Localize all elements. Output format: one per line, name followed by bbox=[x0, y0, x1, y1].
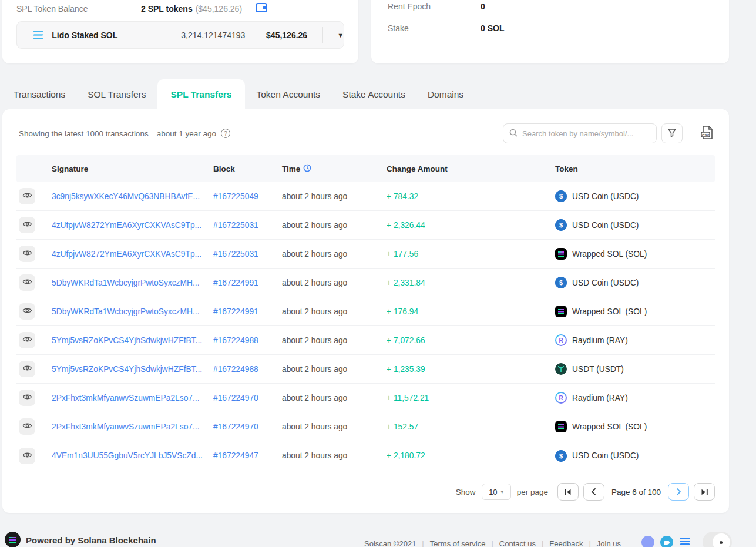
preview-eye-button[interactable] bbox=[19, 246, 35, 262]
change-amount-value: + 7,072.66 bbox=[387, 336, 555, 345]
search-input[interactable] bbox=[503, 123, 657, 143]
page-size-select[interactable]: 10 ▾ bbox=[482, 484, 511, 500]
signature-link[interactable]: 4zUfpjvW8272YmEA6XyrCXKVAsC9Tp... bbox=[52, 250, 201, 259]
preview-eye-button[interactable] bbox=[19, 361, 35, 377]
preview-eye-button[interactable] bbox=[19, 274, 35, 291]
signature-link[interactable]: 2PxFhxt3mkMfyanwvSzuwmEPa2Lso7... bbox=[52, 394, 200, 402]
wallet-icon bbox=[255, 2, 268, 15]
discord-icon[interactable] bbox=[641, 536, 654, 547]
previous-page-button[interactable] bbox=[583, 483, 604, 501]
tab-domains[interactable]: Domains bbox=[416, 80, 475, 109]
signature-link[interactable]: 2PxFhxt3mkMfyanwvSzuwmEPa2Lso7... bbox=[52, 422, 200, 431]
spl-token-usd-value: ($45,126.26) bbox=[196, 4, 242, 14]
change-amount-value: + 2,331.84 bbox=[387, 278, 555, 287]
signature-link[interactable]: 5DbyWKRdTa1WcbcyjgrPwtoSyxczMH... bbox=[52, 278, 199, 287]
show-label: Show bbox=[456, 488, 476, 496]
table-row: 4zUfpjvW8272YmEA6XyrCXKVAsC9Tp... #16722… bbox=[16, 240, 715, 269]
csv-file-icon: CSV bbox=[700, 125, 715, 143]
signature-link[interactable]: 4zUfpjvW8272YmEA6XyrCXKVAsC9Tp... bbox=[52, 221, 201, 230]
signature-link[interactable]: 3c9nj5ksywXKecY46MvQ63NBHBAvfE... bbox=[52, 192, 200, 201]
signature-link[interactable]: 4VEm1n3UU55GgbuV5rcYJLbJ5VScZd... bbox=[52, 451, 203, 460]
signature-link[interactable]: 5Ymj5vsRZoKPvCS4YjhSdwkjwHZFfBT... bbox=[52, 365, 202, 374]
block-link[interactable]: #167224947 bbox=[213, 451, 258, 460]
per-page-label: per page bbox=[517, 488, 548, 496]
time-value: about 2 hours ago bbox=[282, 250, 387, 259]
tab-transactions[interactable]: Transactions bbox=[2, 80, 76, 109]
token-ray-icon bbox=[555, 392, 567, 404]
preview-eye-button[interactable] bbox=[19, 448, 35, 464]
showing-text: Showing the latest 1000 transactions bbox=[19, 129, 149, 138]
preview-eye-button[interactable] bbox=[19, 217, 35, 233]
table-header: Signature Block Time Change Amount Token bbox=[16, 155, 715, 182]
spl-balance-label: SPL Token Balance bbox=[16, 4, 141, 14]
token-link[interactable]: Wrapped SOL (SOL) bbox=[572, 422, 647, 431]
chevron-down-icon[interactable]: ▼ bbox=[337, 32, 344, 39]
block-link[interactable]: #167225031 bbox=[213, 250, 258, 259]
tab-sol-transfers[interactable]: SOL Transfers bbox=[76, 80, 157, 109]
token-link[interactable]: USD Coin (USDC) bbox=[572, 221, 639, 230]
preview-eye-button[interactable] bbox=[19, 418, 35, 435]
footer-link-join[interactable]: Join us bbox=[597, 539, 621, 547]
block-link[interactable]: #167224988 bbox=[213, 365, 258, 374]
preview-eye-button[interactable] bbox=[19, 390, 35, 406]
help-icon[interactable]: ? bbox=[221, 129, 230, 138]
last-page-button[interactable] bbox=[694, 483, 715, 501]
time-value: about 2 hours ago bbox=[282, 336, 387, 345]
token-usdt-icon bbox=[555, 363, 567, 375]
time-value: about 2 hours ago bbox=[282, 278, 387, 287]
tab-spl-transfers[interactable]: SPL Transfers bbox=[157, 79, 246, 109]
theme-toggle[interactable] bbox=[703, 532, 732, 547]
filter-funnel-icon bbox=[667, 128, 677, 139]
time-value: about 2 hours ago bbox=[282, 422, 387, 431]
token-link[interactable]: Raydium (RAY) bbox=[572, 394, 628, 402]
footer-link-terms[interactable]: Terms of service bbox=[430, 539, 486, 547]
twitter-icon[interactable] bbox=[660, 536, 673, 547]
wallet-portfolio-button[interactable] bbox=[255, 2, 268, 15]
token-link[interactable]: Wrapped SOL (SOL) bbox=[572, 250, 647, 259]
powered-by-text: Powered by Solana Blockchain bbox=[26, 535, 156, 545]
token-link[interactable]: Wrapped SOL (SOL) bbox=[572, 307, 647, 316]
token-wsol-icon bbox=[555, 421, 567, 432]
footer-link-feedback[interactable]: Feedback bbox=[549, 539, 583, 547]
table-row: 4zUfpjvW8272YmEA6XyrCXKVAsC9Tp... #16722… bbox=[16, 211, 715, 240]
signature-link[interactable]: 5Ymj5vsRZoKPvCS4YjhSdwkjwHZFfBT... bbox=[52, 336, 202, 345]
tab-stake-accounts[interactable]: Stake Accounts bbox=[331, 80, 416, 109]
table-row: 5Ymj5vsRZoKPvCS4YjhSdwkjwHZFfBT... #1672… bbox=[16, 326, 715, 355]
export-csv-button[interactable]: CSV bbox=[700, 125, 715, 143]
filter-button[interactable] bbox=[661, 123, 683, 143]
block-link[interactable]: #167224970 bbox=[213, 422, 258, 431]
preview-eye-button[interactable] bbox=[19, 303, 35, 320]
block-link[interactable]: #167225031 bbox=[213, 221, 258, 230]
token-link[interactable]: Raydium (RAY) bbox=[572, 336, 628, 345]
time-value: about 2 hours ago bbox=[282, 307, 387, 316]
block-link[interactable]: #167224970 bbox=[213, 394, 258, 402]
block-link[interactable]: #167225049 bbox=[213, 192, 258, 201]
eye-icon bbox=[22, 422, 32, 431]
spl-token-count: 2 SPL tokens bbox=[141, 4, 193, 14]
first-page-button[interactable] bbox=[557, 483, 579, 501]
block-link[interactable]: #167224988 bbox=[213, 336, 258, 345]
footer-link-contact[interactable]: Contact us bbox=[499, 539, 536, 547]
next-page-button[interactable] bbox=[668, 483, 689, 501]
token-link[interactable]: USDT (USDT) bbox=[572, 365, 624, 374]
token-link[interactable]: USD Coin (USDC) bbox=[572, 278, 639, 287]
preview-eye-button[interactable] bbox=[19, 188, 35, 204]
pagination: Show 10 ▾ per page Page 6 of 100 bbox=[2, 483, 715, 501]
token-link[interactable]: USD Coin (USDC) bbox=[572, 192, 639, 201]
block-link[interactable]: #167224991 bbox=[213, 278, 258, 287]
eye-icon bbox=[22, 192, 32, 201]
tab-token-accounts[interactable]: Token Accounts bbox=[245, 80, 331, 109]
clock-icon[interactable] bbox=[303, 164, 311, 174]
medium-icon[interactable] bbox=[680, 538, 690, 546]
signature-link[interactable]: 5DbyWKRdTa1WcbcyjgrPwtoSyxczMH... bbox=[52, 307, 199, 316]
account-tabs: Transactions SOL Transfers SPL Transfers… bbox=[2, 79, 475, 109]
token-link[interactable]: USD Coin (USDC) bbox=[572, 451, 639, 460]
svg-text:CSV: CSV bbox=[702, 133, 709, 136]
preview-eye-button[interactable] bbox=[19, 332, 35, 348]
token-selector-dropdown[interactable]: Lido Staked SOL 3,214.121474193 $45,126.… bbox=[16, 21, 344, 49]
table-body: 3c9nj5ksywXKecY46MvQ63NBHBAvfE... #16722… bbox=[16, 182, 715, 470]
solana-logo-icon bbox=[5, 532, 21, 547]
block-link[interactable]: #167224991 bbox=[213, 307, 258, 316]
change-amount-value: + 2,180.72 bbox=[387, 451, 555, 460]
footer-divider bbox=[697, 536, 697, 547]
